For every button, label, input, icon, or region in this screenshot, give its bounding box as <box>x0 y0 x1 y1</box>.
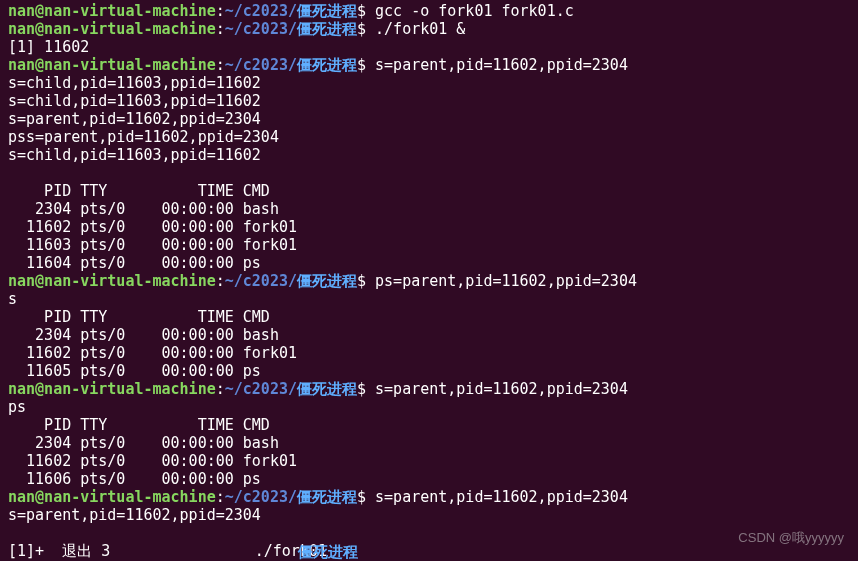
prompt-dollar: $ <box>357 56 375 74</box>
prompt-user: nan@nan-virtual-machine <box>8 380 216 398</box>
output-text: [1]+ 退出 3 ./fork01 <box>8 542 327 560</box>
prompt-user: nan@nan-virtual-machine <box>8 488 216 506</box>
bottom-highlight-subdir: 僵死进程 <box>298 543 358 561</box>
command-text: ps=parent,pid=11602,ppid=2304 <box>375 272 637 290</box>
terminal-line: 11606 pts/0 00:00:00 ps <box>8 470 850 488</box>
terminal-output[interactable]: nan@nan-virtual-machine:~/c2023/僵死进程$ gc… <box>8 2 850 560</box>
terminal-line: s <box>8 290 850 308</box>
prompt-colon: : <box>216 272 225 290</box>
prompt-subdir: 僵死进程 <box>297 488 357 506</box>
output-text: pss=parent,pid=11602,ppid=2304 <box>8 128 279 146</box>
terminal-line: 11602 pts/0 00:00:00 fork01 <box>8 344 850 362</box>
terminal-line: 11604 pts/0 00:00:00 ps <box>8 254 850 272</box>
prompt-path: ~/c2023/ <box>225 488 297 506</box>
output-text: 2304 pts/0 00:00:00 bash <box>8 434 279 452</box>
terminal-line: [1]+ 退出 3 ./fork01 <box>8 542 850 560</box>
terminal-line: 11603 pts/0 00:00:00 fork01 <box>8 236 850 254</box>
terminal-line <box>8 164 850 182</box>
output-text: ps <box>8 398 26 416</box>
terminal-line: nan@nan-virtual-machine:~/c2023/僵死进程$ s=… <box>8 56 850 74</box>
output-text: [1] 11602 <box>8 38 89 56</box>
terminal-line: 2304 pts/0 00:00:00 bash <box>8 434 850 452</box>
terminal-line: PID TTY TIME CMD <box>8 182 850 200</box>
prompt-dollar: $ <box>357 272 375 290</box>
prompt-subdir: 僵死进程 <box>297 380 357 398</box>
output-text: s=child,pid=11603,ppid=11602 <box>8 92 261 110</box>
command-text: gcc -o fork01 fork01.c <box>375 2 574 20</box>
terminal-line: nan@nan-virtual-machine:~/c2023/僵死进程$ gc… <box>8 2 850 20</box>
terminal-line: s=parent,pid=11602,ppid=2304 <box>8 506 850 524</box>
prompt-user: nan@nan-virtual-machine <box>8 20 216 38</box>
prompt-user: nan@nan-virtual-machine <box>8 2 216 20</box>
prompt-user: nan@nan-virtual-machine <box>8 272 216 290</box>
terminal-line: 11605 pts/0 00:00:00 ps <box>8 362 850 380</box>
terminal-line: PID TTY TIME CMD <box>8 416 850 434</box>
terminal-line: [1] 11602 <box>8 38 850 56</box>
terminal-line: 2304 pts/0 00:00:00 bash <box>8 200 850 218</box>
prompt-path: ~/c2023/ <box>225 2 297 20</box>
prompt-dollar: $ <box>357 380 375 398</box>
output-text <box>8 164 17 182</box>
terminal-line: nan@nan-virtual-machine:~/c2023/僵死进程$ s=… <box>8 380 850 398</box>
terminal-line: 2304 pts/0 00:00:00 bash <box>8 326 850 344</box>
terminal-line: s=child,pid=11603,ppid=11602 <box>8 74 850 92</box>
prompt-path: ~/c2023/ <box>225 56 297 74</box>
prompt-subdir: 僵死进程 <box>297 2 357 20</box>
prompt-path: ~/c2023/ <box>225 20 297 38</box>
output-text: 11602 pts/0 00:00:00 fork01 <box>8 344 297 362</box>
prompt-subdir: 僵死进程 <box>297 272 357 290</box>
output-text: 2304 pts/0 00:00:00 bash <box>8 200 279 218</box>
terminal-line: s=parent,pid=11602,ppid=2304 <box>8 110 850 128</box>
terminal-line: nan@nan-virtual-machine:~/c2023/僵死进程$ s=… <box>8 488 850 506</box>
output-text: s=child,pid=11603,ppid=11602 <box>8 74 261 92</box>
terminal-line: 11602 pts/0 00:00:00 fork01 <box>8 452 850 470</box>
prompt-dollar: $ <box>357 488 375 506</box>
prompt-colon: : <box>216 20 225 38</box>
output-text: PID TTY TIME CMD <box>8 416 270 434</box>
output-text: 11602 pts/0 00:00:00 fork01 <box>8 452 297 470</box>
output-text: 2304 pts/0 00:00:00 bash <box>8 326 279 344</box>
prompt-colon: : <box>216 380 225 398</box>
prompt-user: nan@nan-virtual-machine <box>8 56 216 74</box>
prompt-colon: : <box>216 56 225 74</box>
terminal-line: 11602 pts/0 00:00:00 fork01 <box>8 218 850 236</box>
command-text: ./fork01 & <box>375 20 465 38</box>
output-text: 11605 pts/0 00:00:00 ps <box>8 362 261 380</box>
terminal-line: s=child,pid=11603,ppid=11602 <box>8 146 850 164</box>
terminal-line <box>8 524 850 542</box>
command-text: s=parent,pid=11602,ppid=2304 <box>375 488 628 506</box>
output-text: PID TTY TIME CMD <box>8 308 270 326</box>
prompt-subdir: 僵死进程 <box>297 20 357 38</box>
output-text: 11604 pts/0 00:00:00 ps <box>8 254 261 272</box>
output-text <box>8 524 17 542</box>
prompt-colon: : <box>216 488 225 506</box>
command-text: s=parent,pid=11602,ppid=2304 <box>375 380 628 398</box>
terminal-line: nan@nan-virtual-machine:~/c2023/僵死进程$ ./… <box>8 20 850 38</box>
prompt-subdir: 僵死进程 <box>297 56 357 74</box>
command-text: s=parent,pid=11602,ppid=2304 <box>375 56 628 74</box>
terminal-line: s=child,pid=11603,ppid=11602 <box>8 92 850 110</box>
output-text: 11606 pts/0 00:00:00 ps <box>8 470 261 488</box>
terminal-line: nan@nan-virtual-machine:~/c2023/僵死进程$ ps… <box>8 272 850 290</box>
prompt-path: ~/c2023/ <box>225 380 297 398</box>
terminal-line: ps <box>8 398 850 416</box>
output-text: 11602 pts/0 00:00:00 fork01 <box>8 218 297 236</box>
watermark: CSDN @哦yyyyyy <box>738 529 844 547</box>
output-text: s=parent,pid=11602,ppid=2304 <box>8 506 261 524</box>
output-text: 11603 pts/0 00:00:00 fork01 <box>8 236 297 254</box>
prompt-dollar: $ <box>357 20 375 38</box>
prompt-colon: : <box>216 2 225 20</box>
output-text: s <box>8 290 17 308</box>
terminal-line: PID TTY TIME CMD <box>8 308 850 326</box>
prompt-path: ~/c2023/ <box>225 272 297 290</box>
output-text: s=parent,pid=11602,ppid=2304 <box>8 110 261 128</box>
terminal-line: pss=parent,pid=11602,ppid=2304 <box>8 128 850 146</box>
prompt-dollar: $ <box>357 2 375 20</box>
output-text: PID TTY TIME CMD <box>8 182 270 200</box>
output-text: s=child,pid=11603,ppid=11602 <box>8 146 261 164</box>
